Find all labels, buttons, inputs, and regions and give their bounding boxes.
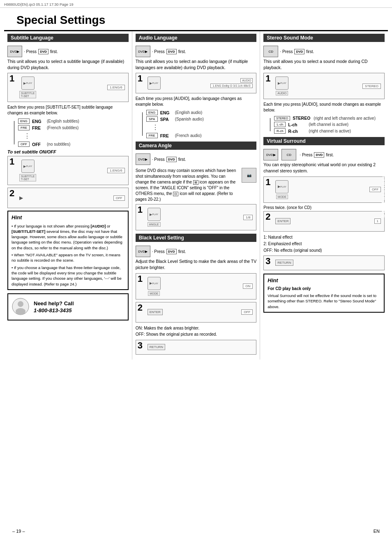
audio-each-time: Each time you press [AUDIO], audio langu…	[136, 96, 257, 107]
camera-angle-icon: 📷	[242, 168, 256, 183]
virtual-title: Virtual Surround	[263, 137, 385, 145]
dvd-tab-label: DVD Functions	[381, 174, 386, 218]
rch-opt: R-ch R-ch (right channel is active)	[274, 128, 385, 134]
virtual-step3: 3 RETURN	[263, 255, 385, 270]
camera-text: Some DVD discs may contain scenes which …	[136, 168, 240, 202]
dvd-player-icon-4: DVD▶	[136, 246, 150, 257]
audio-spa: SPA SPA (Spanish audio)	[146, 116, 257, 122]
black-screen-2: OFF	[241, 309, 253, 315]
black-step2: 2 ENTER OFF	[136, 302, 257, 323]
black-step1: 1 ▶PLAY MODE ON	[136, 273, 257, 300]
dvd-logo-5: DVD	[294, 49, 304, 54]
virtual-step2: 2 ENTER 1	[263, 211, 385, 232]
virtual-hint-title: Hint	[267, 277, 380, 284]
black-step3: 3 RETURN	[136, 340, 257, 355]
dvd-player-icon: DVD▶	[7, 46, 22, 57]
stereo-title: Stereo Sound Mode	[263, 34, 385, 42]
black-on-text: ON: Makes the dark areas brighter.	[136, 325, 257, 331]
return-icon-virtual: RETURN	[275, 260, 293, 266]
subtitle-step1b-diagram: 1 ▶PLAY SUBTITLET-SET 1.ENG/6	[7, 156, 129, 185]
audio-press-instruction: DVD▶ · Press DVD first.	[136, 46, 186, 57]
audio-options: ENG ENG (English audio) SPA SPA (Spanish…	[140, 110, 257, 138]
page-number: – 19 –	[12, 529, 25, 534]
virtual-hint-text: Virtual Surround will not be effective i…	[267, 293, 380, 309]
main-content: Subtitle Language DVD▶ · Press DVD first…	[0, 31, 392, 360]
dvd-logo-3: DVD	[166, 157, 177, 162]
dvd-logo-1: DVD	[38, 49, 48, 54]
virtual-step1: 1 ▶PLAY MODE OFF	[263, 176, 385, 203]
camera-press: DVD▶ · Press DVD first.	[136, 153, 186, 165]
subtitle-toggle-title: To set subtitle ON/OFF	[7, 149, 129, 154]
subtitle-hint-text: • If your language is not shown after pr…	[12, 223, 125, 287]
stereo-options: STEREO STEREO (right and left channels a…	[267, 116, 385, 134]
black-screen-1: ON	[243, 283, 253, 289]
virtual-intro: You can enjoy stereophonic virtual world…	[263, 162, 385, 174]
help-title: Need help? Call	[34, 300, 74, 307]
return-icon: RETURN	[148, 344, 165, 350]
svg-point-1	[18, 301, 23, 307]
audio-eng: ENG ENG (English audio)	[146, 110, 257, 115]
page-en: EN	[374, 529, 380, 534]
dvd-player-icon-2: DVD▶	[136, 46, 150, 57]
audio-title: Audio Language	[136, 34, 257, 42]
lch-opt: L-ch L-ch (left channel is active)	[274, 122, 385, 127]
subtitle-intro: This unit allows you to select a subtitl…	[7, 58, 129, 70]
col-subtitle: Subtitle Language DVD▶ · Press DVD first…	[4, 31, 132, 360]
subtitle-title: Subtitle Language	[7, 34, 129, 42]
subtitle-step1-diagram: 1 ▶PLAY SUBTITLET-SET 1.ENG/6	[7, 73, 129, 102]
camera-screen: 1/8	[243, 215, 253, 220]
option-eng: ENG ENG (English subtitles)	[18, 118, 129, 124]
black-press: DVD▶ · Press DVD first.	[136, 246, 186, 257]
audio-intro: This unit allows you to select an audio …	[136, 58, 257, 70]
play-icon-1: ▶PLAY	[21, 77, 35, 90]
stereo-each-time: Each time you press [AUDIO], sound mode …	[263, 102, 385, 113]
virtual-press: DVD▶ CD · Press DVD first.	[263, 149, 334, 160]
cd-icon: CD	[263, 46, 278, 57]
play-icon-virtual: ▶PLAY	[275, 180, 288, 193]
stereo-intro: This unit allows you to select a sound m…	[263, 58, 385, 70]
enter-icon: ENTER	[148, 309, 163, 315]
play-icon-1b: ▶PLAY	[21, 160, 35, 173]
dvd-logo-6: DVD	[314, 152, 324, 158]
page-wrapper: H9880UD(EN).qx3 05.1.17 17:30 Page 19 Sp…	[0, 0, 392, 360]
subtitle-each-time: Each time you press [SUBTITLE/T-SET] sub…	[7, 104, 129, 116]
option-fre: FRE FRE (French subtitles)	[18, 125, 129, 130]
stereo-opt: STEREO STEREO (right and left channels a…	[274, 116, 385, 121]
subtitle-hint-box: Hint • If your language is not shown aft…	[7, 211, 129, 290]
dvd-logo-4: DVD	[166, 249, 177, 254]
stereo-step1: 1 ▶PLAY AUDIO STEREO	[263, 73, 385, 99]
stereo-screen-1: STEREO	[362, 84, 381, 89]
play-icon-audio: ▶PLAY	[148, 77, 161, 90]
black-title: Black Level Setting	[136, 234, 257, 242]
virtual-screen-1: OFF	[369, 187, 381, 192]
subtitle-screen-1b: 1.ENG/6	[107, 168, 125, 173]
page-header: H9880UD(EN).qx3 05.1.17 17:30 Page 19	[0, 0, 392, 8]
subtitle-press-instruction: DVD▶ · Press DVD first.	[7, 46, 58, 57]
option-off: OFF OFF (no subtitles)	[18, 142, 129, 147]
play-icon-stereo: ▶PLAY	[275, 77, 288, 90]
subtitle-options: ENG ENG (English subtitles) FRE FRE (Fre…	[12, 118, 129, 147]
dvd-player-icon-3: DVD▶	[136, 153, 150, 165]
svg-point-2	[16, 308, 25, 315]
dvd-logo-2: DVD	[166, 49, 177, 54]
help-avatar	[12, 297, 30, 316]
virtual-effects: 1: Natural effect 2: Emphasized effect O…	[263, 234, 385, 254]
audio-fre: FRE FRE (French audio)	[146, 133, 257, 138]
black-intro: Adjust the Black Level Setting to make t…	[136, 258, 257, 270]
enter-icon-virtual: ENTER	[275, 218, 291, 224]
audio-screen-1: 1.ENG Dolby D 3/2.1ch 48k/3	[210, 84, 253, 88]
camera-title: Camera Angle	[136, 142, 257, 150]
virtual-screen-2: 1	[374, 218, 381, 224]
camera-step1: 1 ▶PLAY ANGLE 1/8	[136, 204, 257, 230]
subtitle-screen-1: 1.ENG/6	[107, 85, 125, 90]
hint-for-cd: For CD play back only	[267, 286, 380, 292]
page-title: Special Settings	[4, 8, 388, 31]
col-stereo: Stereo Sound Mode CD · Press DVD first. …	[260, 31, 388, 360]
header-left: H9880UD(EN).qx3 05.1.17 17:30 Page 19	[4, 2, 74, 7]
black-off-text: OFF: Shows the original picture as recor…	[136, 331, 257, 337]
virtual-step1-note: Press twice. (once for CD)	[263, 205, 385, 210]
subtitle-screen-2: OFF	[113, 195, 125, 201]
play-icon-camera: ▶PLAY	[148, 208, 161, 221]
cd-icon-virtual: CD	[281, 149, 296, 160]
virtual-hint-box: Hint For CD play back only Virtual Surro…	[263, 274, 385, 313]
